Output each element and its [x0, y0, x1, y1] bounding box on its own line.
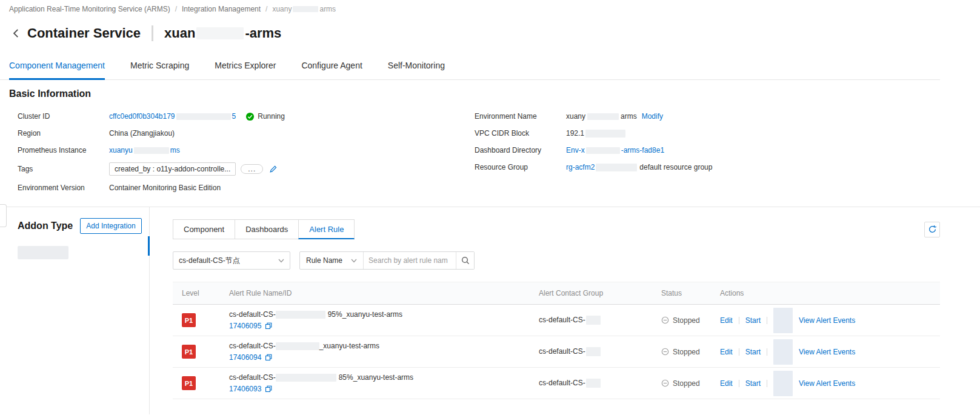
copy-id-button[interactable] — [265, 354, 272, 361]
dashboard-directory-link[interactable]: Env-x-arms-fad8e1 — [566, 146, 664, 154]
view-alert-events-link[interactable]: View Alert Events — [799, 348, 855, 356]
redacted-text — [587, 113, 619, 120]
redacted-text — [276, 342, 319, 350]
field-dashboard-directory: Dashboard Directory Env-x-arms-fad8e1 — [475, 142, 971, 159]
addon-list-item-selected[interactable] — [18, 246, 68, 259]
cluster-id-link[interactable]: cffc0ed0f0b304b1795 — [109, 112, 236, 121]
alert-rule-name: cs-default-CS-95%_xuanyu-test-arms — [229, 310, 532, 319]
copy-icon — [265, 354, 272, 361]
add-integration-button[interactable]: Add Integration — [80, 218, 141, 234]
basic-information-section: Basic Information Cluster ID cffc0ed0f0b… — [0, 80, 980, 196]
level-badge: P1 — [182, 313, 196, 327]
tag-chip: created_by : o11y-addon-controlle... — [109, 162, 236, 176]
tab-self-monitoring[interactable]: Self-Monitoring — [388, 55, 445, 79]
alert-pane: Component Dashboards Alert Rule cs-defau… — [150, 207, 980, 414]
addon-type-pane: Addon Type Add Integration — [0, 207, 150, 414]
edit-pencil-icon — [269, 165, 278, 173]
alert-rule-id-link[interactable]: 17406094 — [229, 353, 261, 362]
modify-environment-name-link[interactable]: Modify — [642, 112, 663, 121]
edit-link[interactable]: Edit — [720, 348, 733, 356]
back-icon — [11, 28, 22, 39]
action-separator — [767, 348, 767, 356]
lower-section: Addon Type Add Integration Component Das… — [0, 207, 980, 414]
tags-edit-button[interactable] — [269, 165, 278, 173]
field-environment-name: Environment Name xuany arms Modify — [475, 108, 971, 125]
copy-id-button[interactable] — [265, 322, 272, 330]
copy-id-button[interactable] — [265, 385, 272, 393]
chevron-down-icon — [351, 259, 357, 263]
refresh-icon — [928, 225, 937, 234]
col-header-status: Status — [661, 289, 720, 297]
sidebar-collapse-handle[interactable] — [0, 204, 7, 227]
edit-link[interactable]: Edit — [720, 316, 733, 325]
alert-rule-name: cs-default-CS-_xuanyu-test-arms — [229, 342, 532, 350]
status-badge: Stopped — [661, 316, 713, 325]
col-header-name: Alert Rule Name/ID — [229, 289, 539, 297]
redacted-text — [585, 130, 625, 138]
stopped-icon — [661, 379, 669, 387]
start-link[interactable]: Start — [745, 348, 761, 356]
cluster-status: Running — [245, 112, 285, 121]
redacted-text — [586, 379, 601, 388]
search-icon — [461, 256, 470, 265]
redacted-text — [586, 316, 601, 325]
view-alert-events-link[interactable]: View Alert Events — [799, 379, 855, 388]
instance-name: xuan -arms — [164, 25, 281, 41]
tab-component[interactable]: Component — [173, 219, 235, 239]
prometheus-instance-link[interactable]: xuanyums — [109, 146, 180, 154]
title-divider — [152, 25, 153, 41]
tab-metrics-explorer[interactable]: Metrics Explorer — [215, 55, 276, 79]
redacted-action — [773, 371, 793, 396]
field-vpc-cidr: VPC CIDR Block 192.1 — [475, 125, 971, 142]
alert-contact-group: cs-default-CS- — [539, 347, 661, 356]
redacted-text — [276, 374, 336, 382]
tab-component-management[interactable]: Component Management — [9, 55, 105, 80]
page-header: Container Service xuan -arms — [0, 13, 980, 45]
alert-rule-id-link[interactable]: 17406093 — [229, 385, 261, 393]
action-separator — [767, 317, 767, 324]
search-input[interactable] — [364, 252, 456, 269]
edit-link[interactable]: Edit — [720, 379, 733, 388]
alert-rule-id-link[interactable]: 17406095 — [229, 322, 261, 330]
action-separator — [739, 348, 739, 356]
breadcrumb-separator: / — [265, 5, 267, 13]
field-tags: Tags created_by : o11y-addon-controlle..… — [18, 159, 475, 179]
start-link[interactable]: Start — [745, 316, 761, 325]
component-type-select[interactable]: cs-default-CS-节点 — [173, 251, 290, 270]
check-circle-icon — [245, 112, 255, 121]
tab-alert-rule[interactable]: Alert Rule — [298, 219, 355, 239]
col-header-actions: Actions — [720, 289, 940, 297]
redacted-action — [773, 339, 793, 365]
basic-info-right-column: Environment Name xuany arms Modify VPC C… — [475, 108, 971, 196]
col-header-level: Level — [173, 289, 229, 297]
breadcrumb-arms[interactable]: Application Real-Time Monitoring Service… — [9, 5, 170, 13]
tab-configure-agent[interactable]: Configure Agent — [301, 55, 362, 79]
table-row: P1 cs-default-CS-95%_xuanyu-test-arms 17… — [173, 305, 940, 336]
table-row: P1 cs-default-CS-_xuanyu-test-arms 17406… — [173, 336, 940, 368]
table-row: P1 cs-default-CS-85%_xuanyu-test-arms 17… — [173, 368, 940, 399]
tags-more-button[interactable]: ... — [241, 164, 263, 174]
view-alert-events-link[interactable]: View Alert Events — [799, 316, 855, 325]
search-group: Rule Name — [299, 251, 475, 270]
resource-group-link[interactable]: rg-acfm2 — [566, 163, 595, 171]
stopped-icon — [661, 316, 669, 324]
tab-metric-scraping[interactable]: Metric Scraping — [130, 55, 189, 79]
breadcrumb-integration-management[interactable]: Integration Management — [182, 5, 261, 13]
back-button[interactable] — [9, 26, 24, 41]
start-link[interactable]: Start — [745, 379, 761, 388]
tab-dashboards[interactable]: Dashboards — [235, 219, 299, 239]
rule-name-select[interactable]: Rule Name — [300, 252, 364, 269]
alert-contact-group: cs-default-CS- — [539, 379, 661, 388]
status-badge: Stopped — [661, 348, 713, 356]
redacted-text — [586, 147, 620, 154]
breadcrumb-separator: / — [175, 5, 177, 13]
basic-info-left-column: Cluster ID cffc0ed0f0b304b1795 Running R… — [9, 108, 475, 196]
redacted-text — [276, 311, 325, 319]
page-title: Container Service — [27, 25, 141, 41]
level-badge: P1 — [182, 345, 196, 359]
search-button[interactable] — [456, 252, 474, 269]
level-badge: P1 — [182, 376, 196, 390]
stopped-icon — [661, 348, 669, 356]
refresh-button[interactable] — [924, 222, 940, 237]
redacted-text — [176, 113, 231, 120]
